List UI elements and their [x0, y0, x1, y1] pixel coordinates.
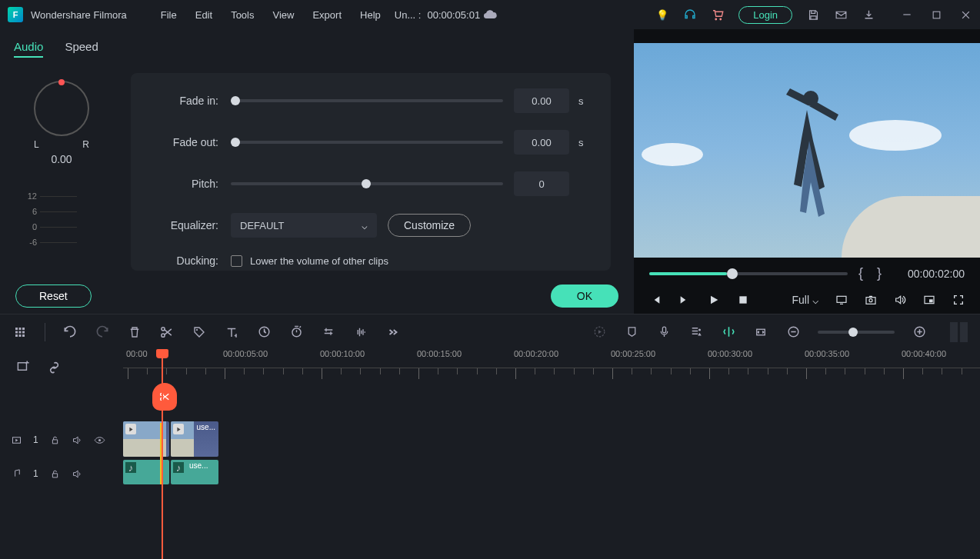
- cart-icon[interactable]: [711, 8, 725, 22]
- stop-icon[interactable]: [737, 294, 749, 306]
- ruler-label: 00:00:15:00: [417, 349, 462, 358]
- undo-icon[interactable]: [62, 324, 78, 340]
- zoom-slider[interactable]: [818, 331, 895, 334]
- video-track-icon[interactable]: [11, 434, 22, 446]
- ruler-label: 00:00:20:00: [514, 349, 558, 358]
- fade-out-value[interactable]: 0.00: [514, 130, 569, 155]
- clip-label: use...: [186, 460, 211, 484]
- mail-icon[interactable]: [834, 8, 848, 22]
- audio-wave-icon[interactable]: [353, 324, 368, 340]
- menu-edit[interactable]: Edit: [188, 5, 220, 25]
- timeline-ruler[interactable]: 00:0000:00:05:0000:00:10:0000:00:15:0000…: [123, 349, 980, 383]
- next-frame-icon[interactable]: [678, 294, 691, 306]
- scissors-marker-icon[interactable]: [152, 383, 177, 411]
- lock-icon[interactable]: [49, 434, 61, 446]
- pitch-value[interactable]: 0: [514, 171, 569, 196]
- crop-resize-icon[interactable]: [753, 324, 768, 340]
- speed-circle-icon[interactable]: [256, 324, 272, 340]
- cloud-icon[interactable]: [483, 8, 497, 22]
- quality-select[interactable]: Full⌵: [792, 294, 818, 306]
- timeline: 00:0000:00:05:0000:00:10:0000:00:15:0000…: [0, 349, 980, 487]
- fullscreen-icon[interactable]: [952, 294, 965, 306]
- audio-track-icon[interactable]: [11, 468, 22, 480]
- fade-in-label: Fade in:: [154, 95, 231, 107]
- panel-tabs: Audio Speed: [0, 29, 634, 65]
- ruler-label: 00:00: [126, 349, 148, 358]
- adjust-icon[interactable]: [321, 324, 336, 340]
- fade-in-slider[interactable]: [231, 99, 503, 102]
- equalizer-select[interactable]: DEFAULT ⌵: [231, 213, 377, 238]
- preview-viewport[interactable]: [634, 43, 980, 258]
- tag-icon[interactable]: [192, 324, 207, 340]
- clip-label: use...: [194, 421, 218, 457]
- ruler-label: 00:00:35:00: [805, 349, 849, 358]
- ducking-label: Ducking:: [154, 255, 231, 267]
- trim-icon[interactable]: [721, 324, 736, 340]
- titlebar: F Wondershare Filmora File Edit Tools Vi…: [0, 0, 980, 29]
- close-icon[interactable]: [958, 8, 972, 22]
- maximize-icon[interactable]: [929, 8, 943, 22]
- grid-icon[interactable]: [12, 324, 28, 340]
- play-icon[interactable]: [708, 294, 720, 306]
- pip-icon[interactable]: [923, 294, 935, 306]
- menu-help[interactable]: Help: [352, 5, 388, 25]
- main-area: Audio Speed LR 0.00 12 6 0 -6 Fade in: [0, 29, 980, 314]
- mark-in-icon[interactable]: {: [855, 265, 866, 281]
- zoom-out-icon[interactable]: [785, 324, 801, 340]
- mute-icon[interactable]: [72, 468, 83, 480]
- mini-level-meter: [950, 322, 968, 342]
- marker-shield-icon[interactable]: [624, 324, 639, 340]
- more-icon[interactable]: [385, 324, 401, 340]
- video-clip[interactable]: use...: [171, 421, 218, 457]
- save-icon[interactable]: [806, 8, 820, 22]
- mark-out-icon[interactable]: }: [874, 265, 885, 281]
- balance-knob[interactable]: [34, 81, 89, 136]
- link-icon[interactable]: [46, 358, 62, 374]
- prev-frame-icon[interactable]: [649, 294, 662, 306]
- menu-tools[interactable]: Tools: [223, 5, 262, 25]
- svg-point-21: [98, 438, 101, 441]
- redo-icon[interactable]: [95, 324, 110, 340]
- minimize-icon[interactable]: [900, 8, 914, 22]
- zoom-in-icon[interactable]: [912, 324, 927, 340]
- preview-progress[interactable]: [649, 272, 848, 275]
- login-button[interactable]: Login: [738, 6, 792, 24]
- svg-point-9: [196, 328, 198, 330]
- mute-icon[interactable]: [72, 434, 83, 446]
- timer-icon[interactable]: [288, 324, 304, 340]
- menu-file[interactable]: File: [153, 5, 185, 25]
- headset-icon[interactable]: [683, 8, 697, 22]
- download-icon[interactable]: [862, 8, 875, 22]
- balance-knob-section: LR 0.00: [0, 65, 123, 181]
- lightbulb-icon[interactable]: 💡: [655, 8, 669, 22]
- playhead[interactable]: [162, 349, 163, 559]
- reset-button[interactable]: Reset: [15, 284, 92, 308]
- add-track-icon[interactable]: [15, 358, 31, 374]
- snapshot-icon[interactable]: [865, 294, 877, 306]
- render-icon[interactable]: [592, 324, 607, 340]
- customize-button[interactable]: Customize: [388, 214, 471, 237]
- ok-button[interactable]: OK: [551, 284, 618, 308]
- split-icon[interactable]: [159, 324, 175, 340]
- audio-mixer-icon[interactable]: [688, 324, 704, 340]
- visibility-icon[interactable]: [94, 434, 105, 446]
- lock-icon[interactable]: [49, 468, 61, 480]
- menu-export[interactable]: Export: [305, 5, 349, 25]
- volume-icon[interactable]: [894, 294, 906, 306]
- text-icon[interactable]: [224, 324, 239, 340]
- svg-point-4: [869, 299, 872, 302]
- svg-rect-3: [866, 298, 875, 304]
- audio-clip[interactable]: ♪ use...: [171, 460, 218, 484]
- mic-icon[interactable]: [656, 324, 672, 340]
- preview-timecode: 00:00:02:00: [908, 268, 965, 280]
- tab-audio[interactable]: Audio: [14, 37, 43, 58]
- ducking-checkbox[interactable]: [231, 255, 242, 267]
- display-icon[interactable]: [835, 294, 848, 306]
- pitch-slider[interactable]: [231, 182, 503, 185]
- menu-view[interactable]: View: [265, 5, 302, 25]
- fade-out-slider[interactable]: [231, 141, 503, 144]
- delete-icon[interactable]: [127, 324, 142, 340]
- fade-in-value[interactable]: 0.00: [514, 88, 569, 113]
- tab-speed[interactable]: Speed: [65, 37, 98, 58]
- video-track-number: 1: [33, 434, 38, 445]
